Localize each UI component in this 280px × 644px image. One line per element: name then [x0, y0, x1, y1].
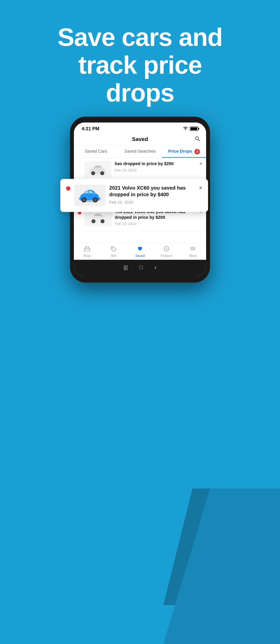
item-close-button[interactable]: ×: [200, 161, 202, 166]
app-header: Saved: [74, 134, 206, 145]
tab-saved-searches[interactable]: Saved Searches: [118, 145, 162, 158]
item-date: Feb 10, 2023: [115, 222, 196, 226]
price-drops-badge: 4: [194, 149, 200, 154]
bottom-nav: Shop Sell: [74, 243, 206, 260]
list-spacer: [74, 232, 206, 243]
notification-close-button[interactable]: ×: [199, 185, 202, 191]
notification-unread-dot: [66, 186, 70, 190]
svg-line-9: [198, 140, 200, 141]
tab-price-drops[interactable]: Price Drops 4: [162, 145, 206, 158]
svg-point-27: [93, 221, 94, 222]
notification-car-image: [74, 185, 106, 206]
nav-label-sell: Sell: [111, 254, 116, 258]
phone-nav-bar: ||| □ ‹: [74, 260, 206, 277]
svg-point-6: [94, 199, 96, 201]
nav-label-more: More: [189, 254, 197, 258]
android-home-button[interactable]: □: [140, 264, 143, 270]
item-title: has dropped in price by $250: [115, 161, 196, 167]
phone-wrapper: 2021 Volvo XC60 you saved has dropped in…: [66, 117, 214, 282]
status-time: 4:21 PM: [82, 126, 99, 132]
nav-item-shop[interactable]: Shop: [74, 246, 100, 258]
svg-point-30: [102, 221, 103, 222]
wifi-icon: [183, 126, 188, 132]
list-item[interactable]: has dropped in price by $250 Feb 10, 202…: [74, 158, 206, 177]
nav-item-saved[interactable]: Saved: [127, 246, 153, 258]
notification-content: 2021 Volvo XC60 you saved has dropped in…: [109, 185, 195, 204]
sell-icon: [110, 246, 117, 253]
notification-date: Feb 10, 2023: [109, 200, 195, 204]
status-icons: [183, 126, 198, 132]
nav-item-sell[interactable]: Sell: [100, 246, 127, 258]
svg-point-13: [92, 173, 94, 174]
hero-title: Save cars and track price drops: [52, 23, 228, 107]
nav-label-shop: Shop: [83, 254, 91, 258]
svg-point-33: [112, 248, 113, 249]
item-car-image: [84, 161, 112, 177]
svg-text:$: $: [166, 248, 167, 250]
item-dot-placeholder: [78, 161, 81, 164]
app-title: Saved: [132, 136, 148, 142]
hero-section: Save cars and track price drops: [52, 23, 228, 107]
svg-point-16: [102, 173, 103, 174]
nav-label-saved: Saved: [135, 254, 145, 258]
item-content: has dropped in price by $250 Feb 10, 202…: [115, 161, 196, 172]
notification-card: 2021 Volvo XC60 you saved has dropped in…: [60, 179, 208, 212]
item-date: Feb 10, 2023: [115, 168, 196, 172]
finance-icon: $: [163, 246, 170, 253]
notification-title: 2021 Volvo XC60 you saved has dropped in…: [109, 185, 195, 198]
tab-saved-cars[interactable]: Saved Cars: [74, 145, 118, 158]
android-recents-button[interactable]: |||: [124, 264, 128, 270]
battery-icon: [190, 126, 198, 131]
status-bar: 4:21 PM: [74, 122, 206, 134]
saved-icon: [137, 246, 143, 253]
nav-label-finance: Finance: [160, 254, 172, 258]
nav-item-finance[interactable]: $ Finance: [153, 246, 180, 258]
tabs-bar: Saved Cars Saved Searches Price Drops 4: [74, 145, 206, 158]
android-back-button[interactable]: ‹: [154, 264, 156, 271]
svg-point-3: [83, 199, 85, 201]
more-icon: [190, 246, 196, 253]
svg-point-7: [185, 129, 186, 130]
nav-item-more[interactable]: More: [180, 246, 206, 258]
search-button[interactable]: [194, 136, 200, 143]
shop-icon: [84, 246, 90, 253]
